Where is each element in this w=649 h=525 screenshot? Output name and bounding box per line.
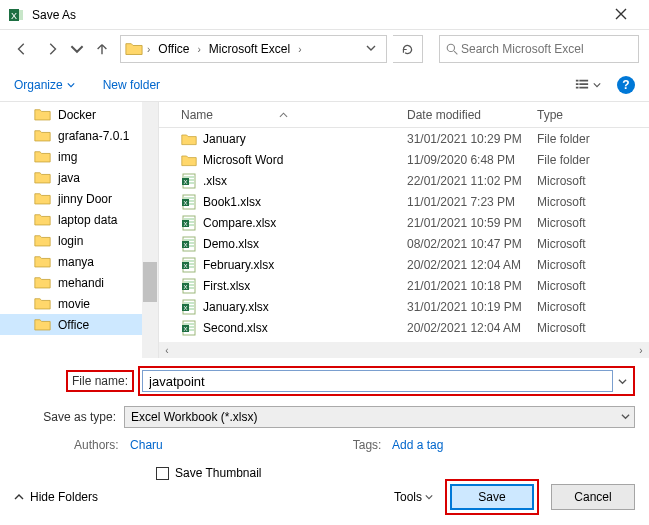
tree-item-label: Docker — [58, 108, 96, 122]
new-folder-button[interactable]: New folder — [103, 78, 160, 92]
file-row[interactable]: XCompare.xlsx21/01/2021 10:59 PMMicrosof… — [159, 212, 649, 233]
tree-item[interactable]: java — [0, 167, 158, 188]
tools-menu[interactable]: Tools — [394, 490, 433, 504]
filename-dropdown[interactable] — [613, 370, 631, 392]
toolbar: Organize New folder ? — [0, 68, 649, 102]
search-box[interactable] — [439, 35, 639, 63]
svg-text:X: X — [184, 200, 188, 206]
file-type: Microsoft — [537, 321, 649, 335]
xlsx-file-icon: X — [181, 320, 197, 336]
search-input[interactable] — [459, 41, 632, 57]
file-date: 22/01/2021 11:02 PM — [407, 174, 537, 188]
address-dropdown[interactable] — [360, 42, 382, 56]
scroll-left-icon[interactable]: ‹ — [159, 345, 175, 356]
help-button[interactable]: ? — [617, 76, 635, 94]
save-thumbnail-label: Save Thumbnail — [175, 466, 262, 480]
svg-rect-30 — [184, 239, 194, 241]
tree-item[interactable]: login — [0, 230, 158, 251]
file-row[interactable]: XFirst.xlsx21/01/2021 10:18 PMMicrosoft — [159, 275, 649, 296]
close-button[interactable] — [601, 7, 641, 23]
file-name: First.xlsx — [203, 279, 250, 293]
search-icon — [446, 43, 459, 56]
file-row[interactable]: XFebruary.xlsx20/02/2021 12:04 AMMicroso… — [159, 254, 649, 275]
tree-item-label: laptop data — [58, 213, 117, 227]
save-thumbnail-checkbox[interactable] — [156, 467, 169, 480]
tree-item[interactable]: img — [0, 146, 158, 167]
cancel-button[interactable]: Cancel — [551, 484, 635, 510]
tags-value[interactable]: Add a tag — [392, 438, 443, 452]
file-row[interactable]: January31/01/2021 10:29 PMFile folder — [159, 128, 649, 149]
file-date: 11/01/2021 7:23 PM — [407, 195, 537, 209]
horizontal-scrollbar[interactable]: ‹ › — [159, 342, 649, 358]
file-row[interactable]: XSecond.xlsx20/02/2021 12:04 AMMicrosoft — [159, 317, 649, 338]
hide-folders-button[interactable]: Hide Folders — [14, 490, 98, 504]
svg-rect-12 — [184, 176, 194, 178]
folder-icon — [181, 152, 197, 168]
save-thumbnail-row[interactable]: Save Thumbnail — [14, 452, 635, 480]
breadcrumb-sep: › — [195, 44, 202, 55]
tree-item[interactable]: manya — [0, 251, 158, 272]
file-row[interactable]: XDemo.xlsx08/02/2021 10:47 PMMicrosoft — [159, 233, 649, 254]
tree-item[interactable]: Docker — [0, 104, 158, 125]
breadcrumb-sep: › — [296, 44, 303, 55]
tree-scrollbar[interactable] — [142, 102, 158, 358]
forward-button[interactable] — [40, 37, 64, 61]
file-row[interactable]: X.xlsx22/01/2021 11:02 PMMicrosoft — [159, 170, 649, 191]
folder-tree[interactable]: Dockergrafana-7.0.1imgjavajinny Doorlapt… — [0, 102, 158, 358]
column-type[interactable]: Type — [537, 108, 649, 122]
breadcrumb-excel[interactable]: Microsoft Excel — [205, 36, 294, 62]
svg-rect-6 — [579, 79, 588, 81]
up-button[interactable] — [90, 37, 114, 61]
chevron-up-icon — [14, 492, 24, 502]
file-date: 21/01/2021 10:18 PM — [407, 279, 537, 293]
file-date: 21/01/2021 10:59 PM — [407, 216, 537, 230]
tree-item[interactable]: movie — [0, 293, 158, 314]
file-row[interactable]: XJanuary.xlsx31/01/2021 10:19 PMMicrosof… — [159, 296, 649, 317]
column-date[interactable]: Date modified — [407, 108, 537, 122]
tree-item-label: grafana-7.0.1 — [58, 129, 129, 143]
organize-label: Organize — [14, 78, 63, 92]
tree-item-label: movie — [58, 297, 90, 311]
history-dropdown[interactable] — [70, 37, 84, 61]
svg-text:X: X — [184, 284, 188, 290]
folder-icon — [34, 254, 52, 270]
tree-item[interactable]: Office — [0, 314, 158, 335]
authors-label: Authors: — [74, 438, 119, 452]
file-row[interactable]: XBook1.xlsx11/01/2021 7:23 PMMicrosoft — [159, 191, 649, 212]
tree-item[interactable]: jinny Door — [0, 188, 158, 209]
svg-rect-18 — [184, 197, 194, 199]
authors-value[interactable]: Charu — [130, 438, 163, 452]
form-area: File name: Save as type: Excel Workbook … — [0, 358, 649, 480]
file-row[interactable]: Microsoft Word11/09/2020 6:48 PMFile fol… — [159, 149, 649, 170]
folder-icon — [181, 131, 197, 147]
tree-item[interactable]: grafana-7.0.1 — [0, 125, 158, 146]
main-area: Dockergrafana-7.0.1imgjavajinny Doorlapt… — [0, 102, 649, 358]
refresh-button[interactable] — [393, 35, 423, 63]
file-list[interactable]: January31/01/2021 10:29 PMFile folderMic… — [159, 128, 649, 342]
window-title: Save As — [32, 8, 601, 22]
save-button[interactable]: Save — [450, 484, 534, 510]
file-date: 20/02/2021 12:04 AM — [407, 321, 537, 335]
filename-label: File name: — [66, 370, 134, 392]
file-name: Microsoft Word — [203, 153, 283, 167]
save-as-type-combo[interactable]: Excel Workbook (*.xlsx) — [124, 406, 635, 428]
svg-rect-9 — [576, 86, 579, 88]
tools-label: Tools — [394, 490, 422, 504]
view-options-button[interactable] — [574, 78, 601, 92]
breadcrumb-office[interactable]: Office — [154, 36, 193, 62]
back-button[interactable] — [10, 37, 34, 61]
svg-rect-10 — [579, 86, 588, 88]
column-headers[interactable]: Name Date modified Type — [159, 102, 649, 128]
file-date: 31/01/2021 10:19 PM — [407, 300, 537, 314]
folder-icon — [34, 128, 52, 144]
organize-menu[interactable]: Organize — [14, 78, 75, 92]
scroll-right-icon[interactable]: › — [633, 345, 649, 356]
file-date: 11/09/2020 6:48 PM — [407, 153, 537, 167]
tree-item[interactable]: mehandi — [0, 272, 158, 293]
file-type: Microsoft — [537, 258, 649, 272]
folder-icon — [34, 296, 52, 312]
filename-input[interactable] — [142, 370, 613, 392]
tree-item[interactable]: laptop data — [0, 209, 158, 230]
address-bar[interactable]: › Office › Microsoft Excel › — [120, 35, 387, 63]
hide-folders-label: Hide Folders — [30, 490, 98, 504]
